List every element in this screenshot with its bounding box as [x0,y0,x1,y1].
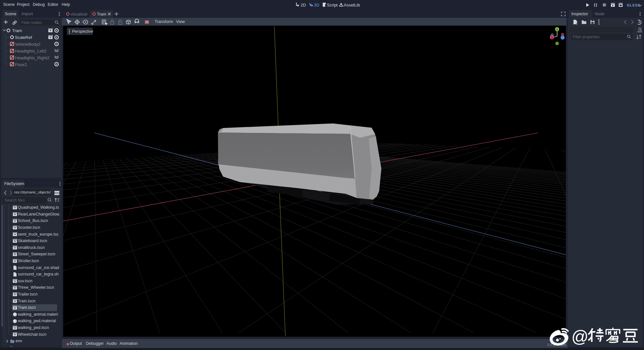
svg-text:X: X [551,36,553,39]
svg-text:Perspective: Perspective [72,29,93,34]
svg-text:Script: Script [327,3,338,7]
svg-text:Tram: Tram [97,12,106,17]
svg-text:visualizer: visualizer [71,12,88,17]
svg-text:AssetLib: AssetLib [344,3,360,7]
svg-text:3D: 3D [314,3,319,7]
svg-text:Y: Y [556,28,558,31]
svg-text:DOC: DOC [638,30,642,33]
svg-text:2D: 2D [301,3,306,7]
svg-text:GLES2: GLES2 [627,3,640,7]
